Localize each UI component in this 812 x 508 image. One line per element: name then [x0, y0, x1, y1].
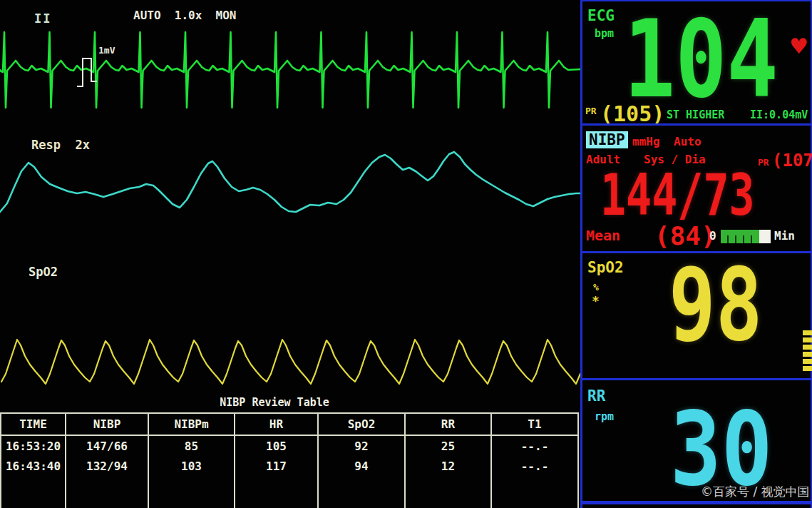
spo2-pulse-marker: * [592, 293, 600, 308]
table-cell: 85 [148, 435, 235, 456]
rr-unit-label: rpm [595, 410, 614, 423]
watermark-text: ©百家号 / 视觉中国 [701, 484, 810, 500]
table-cell: 103 [148, 456, 235, 476]
table-header-cell: SpO2 [318, 413, 405, 435]
spo2-pleth-waveform [1, 340, 580, 384]
table-cell: 147/66 [66, 435, 148, 456]
ecg-mode-label[interactable]: AUTO 1.0x MON [133, 9, 237, 22]
panel-edge-bottom [581, 501, 812, 504]
mean-label: Mean [586, 227, 620, 244]
resp-waveform [0, 152, 581, 212]
patient-monitor-screen: II AUTO 1.0x MON 1mV Resp 2x SpO2 NIBP R… [0, 0, 812, 508]
table-cell: --.- [491, 456, 578, 476]
nibp-mode-label[interactable]: Auto [674, 135, 701, 148]
signal-strength-icon [803, 330, 812, 371]
nibp-panel[interactable]: NIBP mmHg Auto Adult Sys / Dia PR (107 1… [581, 126, 812, 251]
spo2-panel[interactable]: SpO2 % * 98 [581, 253, 812, 378]
nibp-pr-label: PR [758, 157, 769, 168]
resp-label: Resp 2x [31, 138, 90, 152]
table-cell: 25 [405, 435, 491, 456]
st-status-text: ST HIGHER [667, 108, 724, 121]
table-cell: 132/94 [66, 456, 148, 476]
table-header-cell: RR [405, 413, 491, 435]
timer-elapsed-bar [721, 230, 759, 243]
calibration-label: 1mV [98, 45, 115, 56]
ecg-panel-title: ECG [587, 7, 615, 24]
ecg-panel[interactable]: ECG bpm 104 ♥ PR (105) ST HIGHER II:0.04… [581, 1, 812, 123]
table-header-cell: NIBPm [148, 413, 235, 435]
spo2-unit-label: % [593, 282, 599, 293]
mean-value: (84) [654, 221, 716, 250]
ecg-lead-label: II [34, 11, 51, 26]
table-cell: --.- [491, 435, 578, 456]
table-header-cell: HR [235, 413, 318, 435]
rr-panel-title: RR [587, 387, 605, 405]
heart-beat-icon: ♥ [789, 36, 808, 57]
heart-rate-value: 104 [624, 6, 778, 113]
spo2-panel-title: SpO2 [587, 259, 624, 276]
table-header-cell: NIBP [66, 413, 148, 435]
nibp-value: 144/73 [600, 167, 755, 224]
table-cell: 117 [235, 456, 318, 476]
nibp-unit-label: mmHg [632, 135, 660, 148]
table-cell: 12 [405, 456, 491, 476]
ecg-waveform [0, 32, 581, 108]
spo2-value: 98 [669, 255, 762, 355]
timer-unit-label: Min [774, 229, 795, 243]
table-cell: 105 [235, 435, 318, 456]
table-header-row: TIMENIBPNIBPmHRSpO2RRT1 [1, 413, 578, 435]
table-header-cell: T1 [491, 413, 578, 435]
table-header-cell: TIME [1, 413, 66, 435]
nibp-interval-timer-bar [721, 230, 771, 243]
table-row[interactable]: 16:43:40132/941031179412--.- [1, 456, 578, 476]
timer-zero-label: 0 [709, 229, 716, 243]
st-value: II:0.04mV [750, 108, 808, 121]
review-table-title: NIBP Review Table [0, 396, 549, 409]
table-cell: 92 [318, 435, 405, 456]
ecg-pr-value: (105) [600, 101, 664, 123]
nibp-pr-value: (107 [772, 151, 812, 171]
nibp-panel-title[interactable]: NIBP [586, 131, 628, 148]
ecg-unit-label: bpm [595, 27, 614, 40]
nibp-review-table[interactable]: TIMENIBPNIBPmHRSpO2RRT116:53:20147/66851… [0, 412, 579, 508]
table-empty-row [1, 476, 578, 508]
timer-remaining-bar [759, 230, 771, 243]
table-cell: 16:53:20 [1, 435, 66, 456]
rr-panel[interactable]: RR rpm 30 ©百家号 / 视觉中国 [581, 380, 812, 501]
table-cell: 16:43:40 [1, 456, 66, 476]
ecg-pr-label: PR [585, 106, 597, 116]
table-cell: 94 [318, 456, 405, 476]
spo2-wave-label: SpO2 [29, 265, 58, 279]
table-row[interactable]: 16:53:20147/66851059225--.- [1, 435, 578, 456]
